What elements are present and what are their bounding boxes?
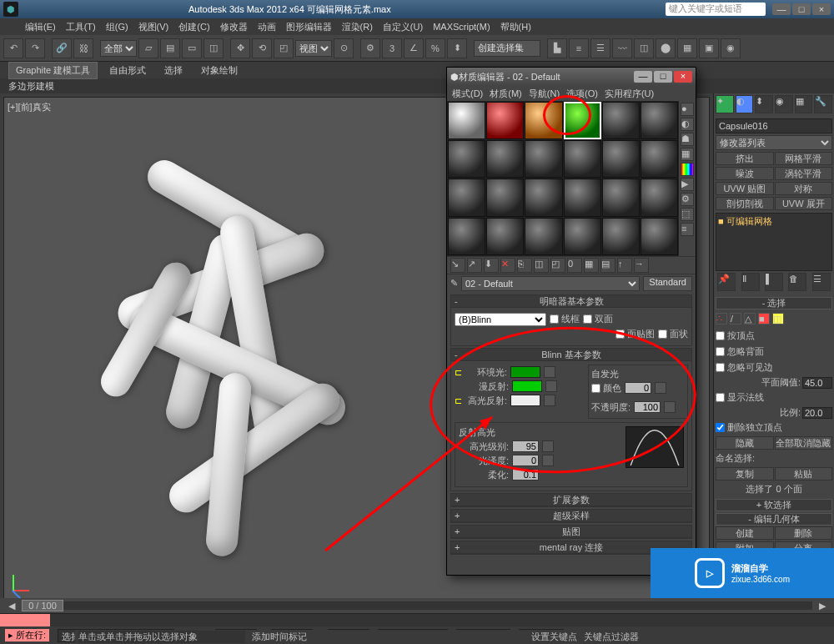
show-result-icon[interactable]: Ⅱ <box>741 273 760 291</box>
mod-btn-6[interactable]: 剖切剖视 <box>716 197 774 210</box>
tab-graphite[interactable]: Graphite 建模工具 <box>8 62 98 79</box>
material-slot[interactable] <box>448 218 485 255</box>
menu-group[interactable]: 组(G) <box>106 21 128 33</box>
chk-selfillum-color[interactable] <box>591 384 600 393</box>
add-time-tag-button[interactable]: 添加时间标记 <box>252 631 307 643</box>
menu-animation[interactable]: 动画 <box>258 21 276 33</box>
pivot-button[interactable]: ⊙ <box>334 38 354 58</box>
time-slider[interactable]: ◀ 0 / 100 ▶ <box>0 598 834 613</box>
render-button[interactable]: ◉ <box>721 38 741 58</box>
dialog-max-button[interactable]: □ <box>654 71 672 83</box>
mod-btn-2[interactable]: 噪波 <box>716 167 774 180</box>
track-bar[interactable] <box>0 613 834 626</box>
ambient-map-button[interactable] <box>544 366 555 378</box>
material-slot[interactable] <box>525 140 562 178</box>
menu-render[interactable]: 渲染(R) <box>342 21 373 33</box>
chk-2side[interactable] <box>583 314 592 324</box>
edge-sub-icon[interactable]: / <box>730 313 741 325</box>
preview-icon[interactable]: ▶ <box>681 178 694 191</box>
gloss-map-button[interactable] <box>542 455 554 466</box>
material-slot[interactable] <box>564 140 601 178</box>
menu-help[interactable]: 帮助(H) <box>500 21 531 33</box>
material-slot[interactable] <box>641 140 678 178</box>
mod-btn-3[interactable]: 涡轮平滑 <box>775 167 833 180</box>
dialog-min-button[interactable]: — <box>634 71 652 83</box>
chk-show-normals[interactable] <box>716 393 725 402</box>
chk-ignore-backface[interactable] <box>716 347 725 356</box>
select-by-mat-icon[interactable]: ⬚ <box>681 208 694 221</box>
matmenu-options[interactable]: 选项(O) <box>566 88 598 100</box>
menu-graph[interactable]: 图形编辑器 <box>286 21 332 33</box>
material-editor-button[interactable]: ⬤ <box>656 38 676 58</box>
video-check-icon[interactable] <box>681 163 694 176</box>
minimize-button[interactable]: — <box>772 3 791 15</box>
element-sub-icon[interactable]: ◫ <box>772 313 784 325</box>
specular-map-button[interactable] <box>544 395 555 406</box>
matmenu-material[interactable]: 材质(M) <box>490 88 522 100</box>
keyfilter-button[interactable]: 关键点过滤器 <box>584 631 639 643</box>
mod-btn-1[interactable]: 网格平滑 <box>775 152 833 165</box>
rollout-shader[interactable]: -明暗器基本参数 <box>451 295 691 308</box>
material-slot-selected[interactable] <box>564 102 601 139</box>
specular-swatch[interactable] <box>510 395 540 406</box>
chk-delete-iso[interactable] <box>716 423 725 432</box>
modifier-list[interactable]: 修改器列表 <box>716 135 832 150</box>
pick-icon[interactable]: ✎ <box>450 278 458 289</box>
put-to-scene-icon[interactable]: ↗ <box>467 258 482 273</box>
layers-button[interactable]: ☰ <box>590 38 610 58</box>
sample-type-icon[interactable]: ● <box>681 103 694 116</box>
mtl-lib-icon[interactable]: ≡ <box>681 223 694 236</box>
vertex-sub-icon[interactable]: ∴ <box>716 313 727 325</box>
delete-geo-button[interactable]: 删除 <box>775 526 833 540</box>
material-name-select[interactable]: 02 - Default <box>461 276 640 291</box>
material-type-button[interactable]: Standard <box>643 276 692 291</box>
mod-btn-5[interactable]: 对称 <box>775 182 833 195</box>
rollout-blinn[interactable]: -Blinn 基本参数 <box>451 349 691 361</box>
motion-tab-icon[interactable]: ◉ <box>775 95 793 113</box>
material-slot[interactable] <box>525 102 562 139</box>
rotate-button[interactable]: ⟲ <box>252 38 272 58</box>
menu-modifiers[interactable]: 修改器 <box>220 21 248 33</box>
planar-threshold-field[interactable] <box>802 377 832 389</box>
mod-btn-4[interactable]: UVW 贴图 <box>716 182 774 195</box>
material-slot[interactable] <box>486 140 524 178</box>
selfillum-spinner[interactable] <box>625 382 651 394</box>
rollout-softsel[interactable]: + 软选择 <box>716 499 832 511</box>
material-slot[interactable] <box>564 218 601 255</box>
viewport-label[interactable]: [+][前]真实 <box>8 101 51 113</box>
poly-sub-icon[interactable]: ■ <box>758 313 770 325</box>
tab-paint[interactable]: 对象绘制 <box>194 63 244 78</box>
normal-scale-field[interactable] <box>802 407 832 419</box>
go-parent-icon[interactable]: ↑ <box>617 258 632 273</box>
assign-icon[interactable]: ⬇ <box>484 258 499 273</box>
matmenu-mode[interactable]: 模式(D) <box>452 88 483 100</box>
named-selection-set[interactable] <box>474 40 540 57</box>
select-name-button[interactable]: ▤ <box>160 38 180 58</box>
display-tab-icon[interactable]: ▦ <box>795 95 813 113</box>
curve-editor-button[interactable]: 〰 <box>612 38 632 58</box>
pin-stack-icon[interactable]: 📌 <box>717 273 736 291</box>
material-slot[interactable] <box>448 102 485 139</box>
remove-mod-icon[interactable]: 🗑 <box>788 273 806 291</box>
ref-coord-select[interactable]: 视图 <box>295 40 332 57</box>
dialog-titlebar[interactable]: ⬢ 材质编辑器 - 02 - Default — □ × <box>447 68 696 86</box>
matmenu-util[interactable]: 实用程序(U) <box>605 88 654 100</box>
options-icon[interactable]: ⚙ <box>681 193 694 206</box>
background-icon[interactable]: ☗ <box>681 133 694 146</box>
modifier-stack[interactable]: ■ 可编辑网格 <box>716 213 832 271</box>
render-frame-button[interactable]: ▣ <box>699 38 719 58</box>
close-button[interactable]: × <box>812 3 831 15</box>
material-slot[interactable] <box>602 102 640 139</box>
chk-by-vertex[interactable] <box>716 331 725 340</box>
render-setup-button[interactable]: ▦ <box>677 38 697 58</box>
material-slot[interactable] <box>525 179 562 216</box>
make-unique-icon[interactable]: ◫ <box>534 258 549 273</box>
shader-select[interactable]: (B)Blinn <box>455 313 546 326</box>
rollout-editgeo[interactable]: - 编辑几何体 <box>716 513 832 526</box>
material-slot[interactable] <box>486 179 524 216</box>
link-button[interactable]: 🔗 <box>52 38 72 58</box>
manipulate-button[interactable]: ⚙ <box>360 38 380 58</box>
make-copy-icon[interactable]: ⎘ <box>517 258 532 273</box>
mod-btn-0[interactable]: 挤出 <box>716 152 774 165</box>
material-slot[interactable] <box>486 218 524 255</box>
